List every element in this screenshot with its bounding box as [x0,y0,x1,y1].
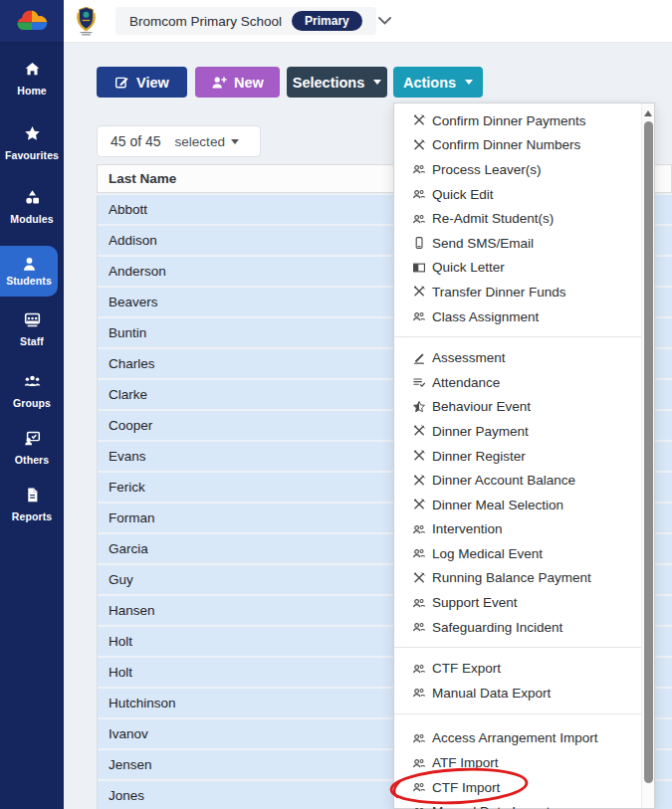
utensils-icon [411,449,426,464]
menu-item-behaviour-event[interactable]: Behaviour Event [394,395,641,420]
menu-item-label: Access Arrangement Import [432,730,598,745]
student-icon [20,256,39,273]
menu-item-send-sms-email[interactable]: Send SMS/Email [394,231,641,256]
menu-item-label: CTF Export [432,661,501,676]
sidebar-item-students[interactable]: Students [0,246,58,297]
selected-dropdown[interactable]: selected [175,134,239,149]
edit-icon [114,75,129,90]
sidebar-item-reports[interactable]: Reports [0,487,64,524]
menu-item-quick-edit[interactable]: Quick Edit [394,182,641,207]
menu-item-transfer-dinner-funds[interactable]: Transfer Dinner Funds [394,280,641,304]
menu-item-label: Safeguarding Incident [432,620,562,635]
menu-item-dinner-register[interactable]: Dinner Register [394,444,641,469]
people-icon [411,546,426,561]
sidebar-item-label: Students [6,275,52,287]
menu-item-readmit-students[interactable]: Re-Admit Student(s) [394,206,641,231]
sidebar-item-home[interactable]: Home [0,61,64,99]
bromcom-cloud-logo[interactable] [0,0,64,43]
scrollbar-thumb[interactable] [644,121,653,783]
menu-item-ctf-export[interactable]: CTF Export [394,656,641,681]
phone-icon [411,236,426,251]
menu-item-label: Running Balance Payment [432,570,591,585]
people-icon [411,804,426,809]
sidebar-item-others[interactable]: Others [0,430,64,468]
utensils-icon [411,424,426,439]
view-button-label: View [136,75,169,91]
last-name-cell: Hutchinson [109,696,176,710]
utensils-icon [411,570,426,585]
menu-item-log-medical-event[interactable]: Log Medical Event [394,541,641,566]
menu-item-safeguarding-incident[interactable]: Safeguarding Incident [394,615,641,640]
others-icon [23,430,42,447]
menu-item-intervention[interactable]: Intervention [394,517,641,542]
menu-item-assessment[interactable]: Assessment [394,345,641,370]
last-name-cell: Addison [109,233,157,248]
menu-item-running-balance-payment[interactable]: Running Balance Payment [394,566,641,591]
menu-item-label: ATF Import [432,755,499,770]
new-button-label: New [234,75,264,91]
selections-button[interactable]: Selections [287,67,387,98]
menu-item-access-arrangement-import[interactable]: Access Arrangement Import [394,726,641,751]
menu-item-support-event[interactable]: Support Event [394,590,641,615]
menu-divider [394,713,641,714]
sidebar-item-favourites[interactable]: Favourites [0,125,64,163]
utensils-icon [411,113,426,128]
sidebar-item-label: Groups [13,397,51,409]
last-name-cell: Cooper [109,418,152,433]
menu-divider [394,647,641,648]
last-name-cell: Holt [109,665,132,680]
menu-item-atf-import[interactable]: ATF Import [394,750,641,775]
menu-scrollbar[interactable] [641,103,654,808]
menu-item-manual-data-import[interactable]: Manual Data Import [394,799,641,809]
sidebar-item-label: Staff [20,335,44,347]
menu-item-label: Confirm Dinner Payments [432,113,586,128]
menu-item-dinner-payment[interactable]: Dinner Payment [394,419,641,444]
menu-item-quick-letter[interactable]: Quick Letter [394,256,641,281]
menu-item-attendance[interactable]: Attendance [394,370,641,395]
selection-count: 45 of 45 [111,133,161,149]
last-name-cell: Holt [109,634,132,649]
people-icon [411,187,426,202]
menu-item-label: Attendance [432,375,500,390]
menu-item-label: Assessment [432,350,506,365]
actions-menu-list: Confirm Dinner Payments Confirm Dinner N… [394,103,641,809]
menu-item-label: Support Event [432,595,518,610]
utensils-icon [411,498,426,512]
menu-item-process-leavers[interactable]: Process Leaver(s) [394,157,641,182]
caret-down-icon [231,139,239,144]
menu-item-class-assignment[interactable]: Class Assignment [394,304,641,329]
last-name-cell: Forman [109,510,155,525]
sidebar-item-groups[interactable]: Groups [0,373,64,411]
menu-item-confirm-dinner-numbers[interactable]: Confirm Dinner Numbers [394,133,641,158]
school-name: Bromcom Primary School [129,14,282,29]
people-icon [411,730,426,745]
app-window: Home Favourites Modules Students Staff G… [0,0,672,809]
staff-icon [23,311,42,328]
school-crest-logo [71,5,102,37]
sidebar-item-modules[interactable]: Modules [0,189,64,227]
last-name-cell: Hansen [109,603,155,618]
selections-button-label: Selections [293,75,365,91]
last-name-cell: Anderson [109,264,166,279]
view-button[interactable]: View [97,67,187,98]
modules-icon [23,189,42,206]
last-name-cell: Clarke [109,387,147,402]
new-button[interactable]: New [195,67,280,98]
last-name-cell: Garcia [109,541,148,556]
actions-button[interactable]: Actions [393,67,483,98]
selected-dropdown-label: selected [175,134,225,149]
menu-item-manual-data-export[interactable]: Manual Data Export [394,681,641,706]
menu-item-label: Quick Edit [432,187,494,202]
sidebar-item-staff[interactable]: Staff [0,311,64,349]
menu-item-ctf-import[interactable]: CTF Import [394,775,641,800]
school-selector[interactable]: Bromcom Primary School Primary [115,7,376,35]
people-icon [411,780,426,795]
menu-item-dinner-meal-selection[interactable]: Dinner Meal Selection [394,493,641,517]
cloud-logo-icon [15,10,49,33]
menu-item-dinner-account-balance[interactable]: Dinner Account Balance [394,468,641,493]
user-plus-icon [211,75,227,91]
scroll-up-arrow-icon[interactable] [644,110,652,116]
menu-item-confirm-dinner-payments[interactable]: Confirm Dinner Payments [394,108,641,133]
last-name-cell: Beavers [109,295,158,309]
people-icon [411,521,426,536]
